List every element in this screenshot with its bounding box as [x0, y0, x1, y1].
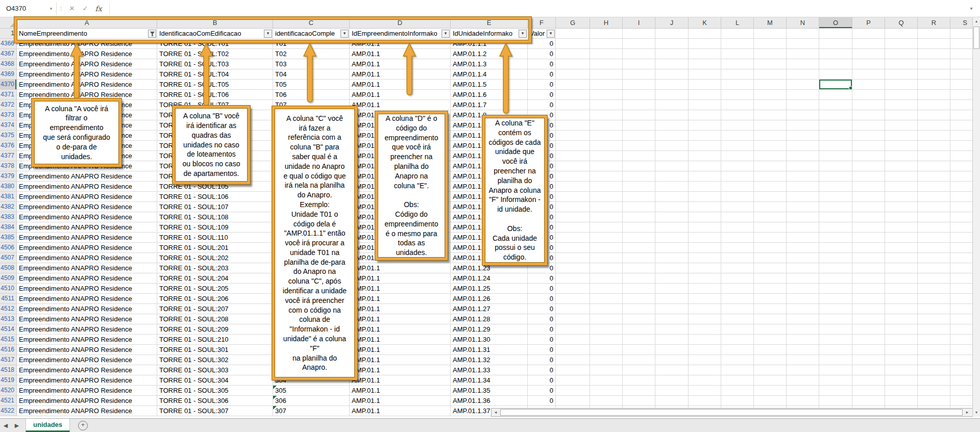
cell-J4374[interactable] — [655, 120, 689, 131]
cell-Q4371[interactable] — [885, 90, 918, 100]
cell-I4514[interactable] — [623, 324, 655, 335]
cell-M4509[interactable] — [754, 273, 787, 284]
cell-M4379[interactable] — [754, 171, 787, 182]
row-header-4366[interactable]: 4366 — [0, 39, 17, 49]
cell-P4381[interactable] — [852, 192, 885, 202]
cell-B4514[interactable]: TORRE 01 - SOUL:209 — [157, 324, 273, 335]
cell-G4510[interactable] — [556, 284, 590, 294]
cell-B4371[interactable]: TORRE 01 - SOUL:T06 — [157, 90, 273, 100]
cell-R4518[interactable] — [918, 365, 950, 375]
cell-Q4377[interactable] — [885, 151, 918, 161]
cell-P4513[interactable] — [852, 314, 885, 324]
cell-L4510[interactable] — [721, 284, 754, 294]
cell-E4521[interactable]: AMP.01.1.36 — [451, 396, 528, 406]
cell-A4379[interactable]: Empreendimento ANAPRO Residence — [17, 171, 157, 182]
cell-I4367[interactable] — [623, 49, 655, 59]
cell-N4507[interactable] — [787, 253, 819, 263]
cell-L4372[interactable] — [721, 100, 754, 110]
cell-A4381[interactable]: Empreendimento ANAPRO Residence — [17, 192, 157, 202]
cell-J4518[interactable] — [655, 365, 689, 375]
cell-J4368[interactable] — [655, 59, 689, 69]
cell-R4380[interactable] — [918, 182, 950, 192]
cell-J4375[interactable] — [655, 131, 689, 141]
cell-J4379[interactable] — [655, 171, 689, 182]
cell-A4380[interactable]: Empreendimento ANAPRO Residence — [17, 182, 157, 192]
cell-H4378[interactable] — [590, 161, 623, 171]
cell-O4384[interactable] — [819, 222, 852, 233]
cell-A4520[interactable]: Empreendimento ANAPRO Residence — [17, 386, 157, 396]
cell-M4375[interactable] — [754, 131, 787, 141]
cell-N4366[interactable] — [787, 39, 819, 49]
cell-O4513[interactable] — [819, 314, 852, 324]
cell-E4509[interactable]: AMP.01.1.24 — [451, 273, 528, 284]
cell-B1[interactable]: IdentificacaoComEdificacao▾ — [157, 29, 273, 39]
cell-E4512[interactable]: AMP.01.1.27 — [451, 304, 528, 314]
cell-G4368[interactable] — [556, 59, 590, 69]
horizontal-scrollbar[interactable]: ◂ ▸ — [491, 408, 980, 417]
cell-P4368[interactable] — [852, 59, 885, 69]
cell-O4377[interactable] — [819, 151, 852, 161]
cell-O4369[interactable] — [819, 69, 852, 80]
cell-J4511[interactable] — [655, 294, 689, 304]
cell-N4375[interactable] — [787, 131, 819, 141]
cell-A4384[interactable]: Empreendimento ANAPRO Residence — [17, 222, 157, 233]
cell-K4377[interactable] — [689, 151, 721, 161]
cell-Q4518[interactable] — [885, 365, 918, 375]
cell-N4518[interactable] — [787, 365, 819, 375]
cell-Q4385[interactable] — [885, 233, 918, 243]
row-header-4381[interactable]: 4381 — [0, 192, 17, 202]
row-header-4379[interactable]: 4379 — [0, 171, 17, 182]
cell-M4366[interactable] — [754, 39, 787, 49]
cell-I4385[interactable] — [623, 233, 655, 243]
cell-K4507[interactable] — [689, 253, 721, 263]
cell-E4510[interactable]: AMP.01.1.25 — [451, 284, 528, 294]
cell-K4366[interactable] — [689, 39, 721, 49]
cell-Q4520[interactable] — [885, 386, 918, 396]
cell-B4512[interactable]: TORRE 01 - SOUL:207 — [157, 304, 273, 314]
cell-I4372[interactable] — [623, 100, 655, 110]
column-header-c[interactable]: C — [273, 17, 350, 29]
cell-B4369[interactable]: TORRE 01 - SOUL:T04 — [157, 69, 273, 80]
cell-O4379[interactable] — [819, 171, 852, 182]
cell-R4510[interactable] — [918, 284, 950, 294]
cell-D4368[interactable]: AMP.01.1 — [350, 59, 451, 69]
cell-M4374[interactable] — [754, 120, 787, 131]
column-header-k[interactable]: K — [689, 17, 721, 29]
cell-N4384[interactable] — [787, 222, 819, 233]
cell-I4518[interactable] — [623, 365, 655, 375]
cell-N4377[interactable] — [787, 151, 819, 161]
cell-L4376[interactable] — [721, 141, 754, 151]
cell-J4371[interactable] — [655, 90, 689, 100]
cell-A4519[interactable]: Empreendimento ANAPRO Residence — [17, 375, 157, 386]
cell-J4515[interactable] — [655, 335, 689, 345]
cell-R4366[interactable] — [918, 39, 950, 49]
cell-I4506[interactable] — [623, 243, 655, 253]
cell-J4521[interactable] — [655, 396, 689, 406]
row-header-4515[interactable]: 4515 — [0, 335, 17, 345]
cell-M4512[interactable] — [754, 304, 787, 314]
cell-H4377[interactable] — [590, 151, 623, 161]
cell-H4369[interactable] — [590, 69, 623, 80]
cell-Q4366[interactable] — [885, 39, 918, 49]
cell-R4385[interactable] — [918, 233, 950, 243]
cell-R4509[interactable] — [918, 273, 950, 284]
cell-J4517[interactable] — [655, 355, 689, 365]
cell-J4513[interactable] — [655, 314, 689, 324]
cell-M4508[interactable] — [754, 263, 787, 273]
cell-M4384[interactable] — [754, 222, 787, 233]
cell-G4520[interactable] — [556, 386, 590, 396]
cell-K4519[interactable] — [689, 375, 721, 386]
cell-O4521[interactable] — [819, 396, 852, 406]
cell-O4375[interactable] — [819, 131, 852, 141]
cell-R4520[interactable] — [918, 386, 950, 396]
cell-A4382[interactable]: Empreendimento ANAPRO Residence — [17, 202, 157, 212]
column-header-e[interactable]: E — [451, 17, 528, 29]
cell-I4516[interactable] — [623, 345, 655, 355]
cell-L4378[interactable] — [721, 161, 754, 171]
cell-N4508[interactable] — [787, 263, 819, 273]
name-box[interactable]: O4370 — [2, 3, 46, 15]
annotation-box-column-e[interactable]: A coluna "E" contém os códigos de cada u… — [482, 115, 547, 265]
row-header-4380[interactable]: 4380 — [0, 182, 17, 192]
cell-I4371[interactable] — [623, 90, 655, 100]
column-header-r[interactable]: R — [918, 17, 950, 29]
